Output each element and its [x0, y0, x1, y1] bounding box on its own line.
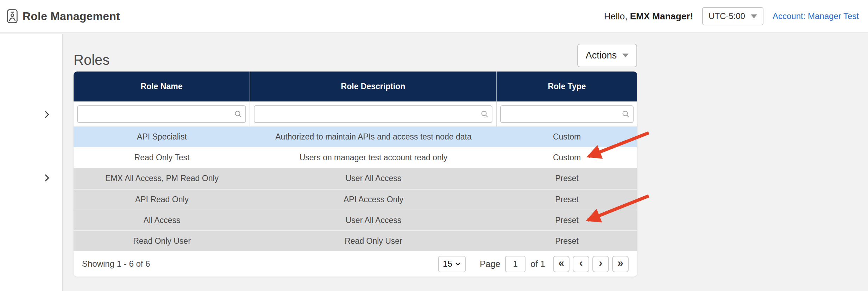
chevron-down-icon [455, 261, 461, 267]
greeting-text: Hello, EMX Manager! [604, 11, 693, 22]
column-header-role-type: Role Type [497, 72, 637, 101]
top-bar: Role Management Hello, EMX Manager! UTC-… [0, 0, 868, 33]
actions-button[interactable]: Actions [577, 44, 637, 67]
sidebar-expand-icon-2[interactable] [41, 172, 53, 184]
table-header-row: Role NameRole DescriptionRole Type [74, 72, 637, 101]
role-name-cell: API Read Only [74, 190, 250, 210]
filter-input-role-name[interactable] [77, 105, 246, 123]
role-description-cell: API Access Only [250, 190, 497, 210]
pagination-buttons: «‹›» [553, 256, 629, 272]
section-title: Roles [74, 52, 109, 68]
last-page-button[interactable]: » [612, 256, 629, 272]
timezone-select[interactable]: UTC-5:00 [702, 7, 763, 25]
role-description-cell: User All Access [250, 168, 497, 189]
actions-label: Actions [586, 50, 617, 61]
page-size-value: 15 [443, 259, 452, 269]
chevron-down-icon [751, 14, 757, 18]
timezone-value: UTC-5:00 [709, 11, 745, 21]
table-filter-row [74, 101, 637, 126]
filter-cell-role-name [74, 101, 250, 126]
filter-cell-role-type [497, 101, 637, 126]
table-row-all-access[interactable]: All AccessUser All AccessPreset [74, 210, 637, 230]
page-size-select[interactable]: 15 [438, 256, 466, 272]
role-name-cell: API Specialist [74, 126, 250, 147]
role-name-cell: All Access [74, 210, 250, 230]
page-label: Page [480, 259, 500, 269]
filter-input-role-description[interactable] [254, 105, 492, 123]
page-of-label: of 1 [530, 259, 545, 269]
page-number-input[interactable] [505, 256, 526, 272]
role-type-cell: Custom [497, 126, 637, 147]
filter-input-role-type[interactable] [500, 105, 634, 123]
account-link[interactable]: Account: Manager Test [773, 11, 859, 21]
table-row-read-only-user[interactable]: Read Only UserRead Only UserPreset [74, 230, 637, 251]
role-description-cell: Authorized to maintain APIs and access t… [250, 126, 497, 147]
sidebar [0, 34, 63, 291]
role-name-cell: EMX All Access, PM Read Only [74, 168, 250, 189]
first-page-button[interactable]: « [553, 256, 570, 272]
sidebar-expand-icon-1[interactable] [41, 109, 53, 120]
role-type-cell: Preset [497, 190, 637, 210]
role-description-cell: User All Access [250, 210, 497, 230]
role-description-cell: Users on manager test account read only [250, 147, 497, 168]
role-type-cell: Custom [497, 147, 637, 168]
filter-cell-role-description [250, 101, 497, 126]
next-page-button[interactable]: › [592, 256, 609, 272]
role-name-cell: Read Only Test [74, 147, 250, 168]
roles-table: Role NameRole DescriptionRole Type API S… [74, 72, 637, 277]
role-type-cell: Preset [497, 231, 637, 251]
table-row-emx-all-access-pm-read-only[interactable]: EMX All Access, PM Read OnlyUser All Acc… [74, 168, 637, 189]
column-header-role-description: Role Description [250, 72, 497, 101]
previous-page-button[interactable]: ‹ [573, 256, 589, 272]
role-badge-icon [6, 8, 18, 24]
role-description-cell: Read Only User [250, 231, 497, 251]
table-row-read-only-test[interactable]: Read Only TestUsers on manager test acco… [74, 147, 637, 168]
pagination-controls: 15 Page of 1 «‹›» [438, 256, 629, 272]
role-type-cell: Preset [497, 168, 637, 189]
role-type-cell: Preset [497, 210, 637, 230]
chevron-down-icon [622, 54, 629, 57]
role-name-cell: Read Only User [74, 231, 250, 251]
table-body: API SpecialistAuthorized to maintain API… [74, 126, 637, 251]
page-title: Role Management [23, 10, 120, 23]
showing-count-text: Showing 1 - 6 of 6 [82, 259, 150, 269]
table-row-api-read-only[interactable]: API Read OnlyAPI Access OnlyPreset [74, 189, 637, 210]
column-header-role-name: Role Name [74, 72, 250, 101]
table-row-api-specialist[interactable]: API SpecialistAuthorized to maintain API… [74, 126, 637, 147]
user-name: EMX Manager! [630, 11, 693, 21]
table-footer: Showing 1 - 6 of 6 15 Page of 1 «‹›» [74, 251, 637, 277]
